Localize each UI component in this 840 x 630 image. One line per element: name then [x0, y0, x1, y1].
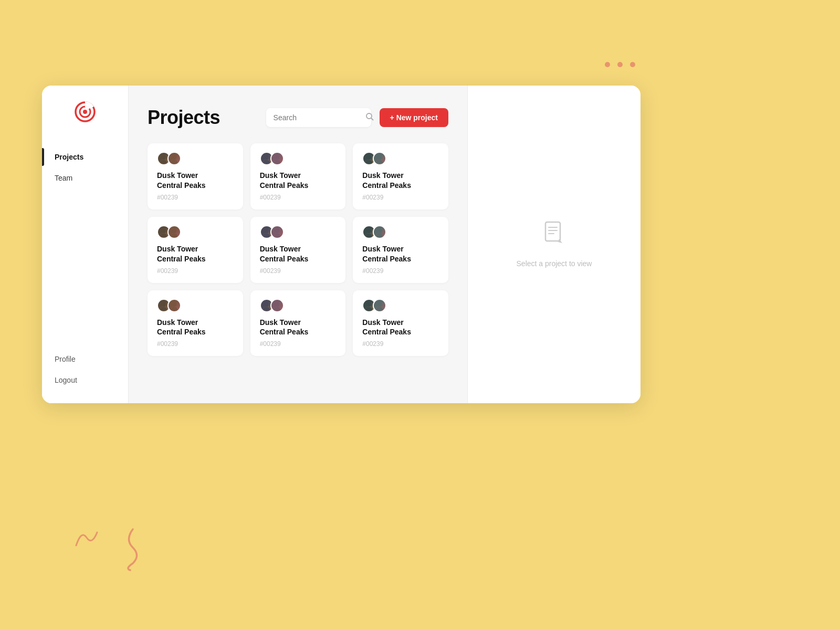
svg-point-38 — [366, 307, 372, 311]
svg-point-23 — [275, 229, 279, 233]
header-actions: + New project — [266, 108, 448, 127]
svg-point-29 — [162, 302, 166, 307]
squiggle-bottom-decoration — [114, 524, 151, 578]
card-name: Dusk TowerCentral Peaks — [157, 244, 234, 264]
svg-point-40 — [376, 307, 383, 311]
card-avatars — [362, 299, 439, 312]
card-id: #00239 — [362, 340, 439, 348]
search-input[interactable] — [274, 113, 365, 122]
svg-point-26 — [366, 234, 372, 237]
page-title: Projects — [148, 107, 220, 129]
card-name: Dusk TowerCentral Peaks — [362, 318, 439, 338]
svg-point-34 — [264, 307, 270, 311]
sidebar-nav: Projects Team — [42, 146, 128, 349]
card-name: Dusk TowerCentral Peaks — [157, 318, 234, 338]
svg-point-33 — [265, 302, 269, 307]
main-header: Projects + New project — [148, 107, 448, 129]
avatar-2 — [270, 299, 284, 312]
project-card[interactable]: Dusk TowerCentral Peaks #00239 — [148, 217, 243, 283]
card-avatars — [260, 299, 337, 312]
search-icon[interactable] — [365, 112, 374, 123]
card-avatars — [260, 152, 337, 165]
new-project-button[interactable]: + New project — [380, 108, 448, 127]
project-card[interactable]: Dusk TowerCentral Peaks #00239 — [148, 143, 243, 209]
svg-point-16 — [376, 160, 383, 164]
card-id: #00239 — [260, 194, 337, 201]
svg-point-13 — [367, 155, 371, 160]
empty-state-text: Select a project to view — [517, 259, 592, 268]
card-id: #00239 — [362, 267, 439, 275]
card-avatars — [362, 225, 439, 239]
svg-point-10 — [264, 160, 270, 164]
sidebar-item-projects[interactable]: Projects — [42, 146, 128, 167]
main-content: Projects + New project — [129, 86, 467, 403]
svg-point-7 — [172, 155, 176, 160]
svg-rect-41 — [545, 222, 560, 241]
sidebar-item-logout[interactable]: Logout — [42, 370, 128, 391]
svg-point-19 — [172, 229, 176, 233]
card-id: #00239 — [157, 194, 234, 201]
project-card[interactable]: Dusk TowerCentral Peaks #00239 — [353, 217, 448, 283]
card-avatars — [157, 152, 234, 165]
projects-grid: Dusk TowerCentral Peaks #00239 Dusk T — [148, 143, 448, 356]
card-avatars — [362, 152, 439, 165]
svg-point-27 — [377, 229, 382, 233]
card-avatars — [260, 225, 337, 239]
card-name: Dusk TowerCentral Peaks — [260, 171, 337, 191]
right-panel: Select a project to view — [467, 86, 640, 403]
project-card[interactable]: Dusk TowerCentral Peaks #00239 — [250, 217, 346, 283]
project-card[interactable]: Dusk TowerCentral Peaks #00239 — [250, 143, 346, 209]
svg-point-9 — [265, 155, 269, 160]
svg-point-39 — [377, 302, 382, 307]
svg-line-4 — [371, 118, 373, 120]
svg-point-21 — [265, 229, 269, 233]
svg-point-28 — [376, 234, 383, 237]
app-window: Projects Team Profile Logout Projects — [42, 86, 640, 403]
sidebar-item-profile[interactable]: Profile — [42, 349, 128, 370]
project-card[interactable]: Dusk TowerCentral Peaks #00239 — [353, 290, 448, 356]
dot-2 — [617, 62, 623, 67]
project-card[interactable]: Dusk TowerCentral Peaks #00239 — [250, 290, 346, 356]
svg-point-22 — [264, 234, 270, 237]
project-card[interactable]: Dusk TowerCentral Peaks #00239 — [148, 290, 243, 356]
svg-point-35 — [275, 302, 279, 307]
svg-point-17 — [162, 229, 166, 233]
squiggle-left-decoration — [71, 524, 100, 556]
svg-point-12 — [274, 160, 280, 164]
svg-point-18 — [161, 234, 167, 237]
svg-point-11 — [275, 155, 279, 160]
card-name: Dusk TowerCentral Peaks — [362, 244, 439, 264]
svg-point-32 — [171, 307, 177, 311]
svg-point-6 — [161, 160, 167, 164]
card-id: #00239 — [260, 267, 337, 275]
svg-point-2 — [83, 110, 87, 114]
svg-point-5 — [162, 155, 166, 160]
card-name: Dusk TowerCentral Peaks — [260, 244, 337, 264]
card-name: Dusk TowerCentral Peaks — [362, 171, 439, 191]
svg-point-15 — [377, 155, 382, 160]
svg-point-24 — [274, 234, 280, 237]
svg-point-25 — [367, 229, 371, 233]
project-card[interactable]: Dusk TowerCentral Peaks #00239 — [353, 143, 448, 209]
logo-container — [74, 100, 97, 125]
avatar-2 — [270, 152, 284, 165]
avatar-2 — [373, 152, 386, 165]
card-id: #00239 — [157, 340, 234, 348]
svg-point-31 — [172, 302, 176, 307]
card-id: #00239 — [362, 194, 439, 201]
svg-point-37 — [367, 302, 371, 307]
avatar-2 — [373, 225, 386, 239]
dot-1 — [605, 62, 610, 67]
svg-point-36 — [274, 307, 280, 311]
card-avatars — [157, 299, 234, 312]
dot-3 — [630, 62, 635, 67]
sidebar: Projects Team Profile Logout — [42, 86, 129, 403]
app-logo — [74, 100, 97, 123]
card-id: #00239 — [157, 267, 234, 275]
card-name: Dusk TowerCentral Peaks — [260, 318, 337, 338]
sidebar-item-team[interactable]: Team — [42, 167, 128, 188]
svg-point-30 — [161, 307, 167, 311]
svg-point-8 — [171, 160, 177, 164]
avatar-2 — [167, 152, 181, 165]
empty-state-icon — [542, 221, 566, 252]
